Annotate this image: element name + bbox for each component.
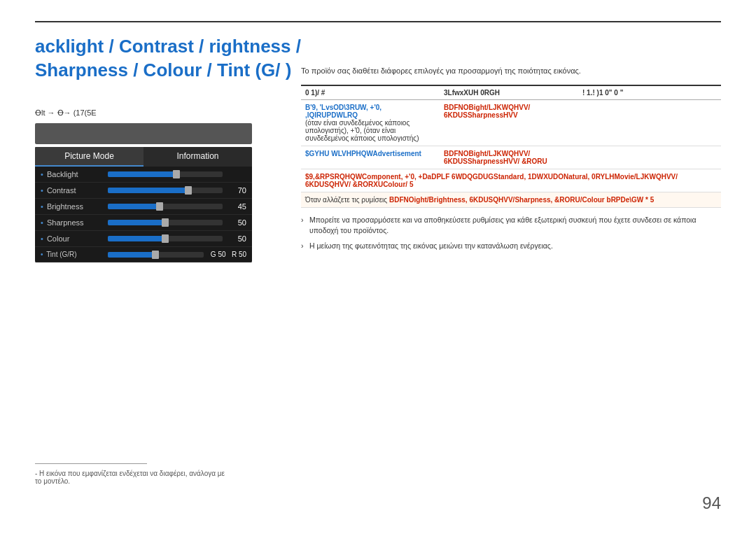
menu-header-picture-mode[interactable]: Picture Mode (35, 147, 144, 167)
row2-col1-blue: $GYHU WLVHPHQWAdvertisement (305, 150, 421, 157)
menu-header-information[interactable]: Information (144, 147, 252, 167)
footer-note: - Η εικόνα που εμφανίζεται ενδέχεται να … (35, 463, 231, 485)
menu-screen: Picture Mode Information • Backlight • C… (35, 147, 252, 262)
menu-row-tint: • Tint (G/R) G 50 R 50 (35, 247, 252, 262)
bullet-note-2: Η μείωση της φωτεινότητας της εικόνας με… (301, 241, 721, 251)
menu-row-brightness: • Brightness 45 (35, 199, 252, 215)
footer-divider (35, 463, 147, 464)
table-header-3: ! 1.! )1 0" 0 " (578, 85, 721, 100)
table-header-1: 0 1)/ # (301, 85, 440, 100)
table-header-2: 3LfwxXUH 0RGH (440, 85, 578, 100)
row1-col1-blue: B'9, 'LvsOD\3RUW, +'0, ,lQIRUPDWLRQ (305, 104, 382, 119)
menu-row-sharpness: • Sharpness 50 (35, 215, 252, 231)
row1-col1-text: (όταν είναι συνδεδεμένος κάποιος υπολογι… (305, 119, 419, 142)
table-row-2: $GYHU WLVHPHQWAdvertisement BDFNOBight/L… (301, 146, 721, 169)
right-intro: Το προϊόν σας διαθέτει διάφορες επιλογές… (301, 66, 721, 75)
menu-row-backlight: • Backlight (35, 167, 252, 183)
page-number: 94 (702, 493, 721, 513)
menu-row-colour: • Colour 50 (35, 231, 252, 247)
footer-text: - Η εικόνα που εμφανίζεται ενδέχεται να … (35, 470, 231, 485)
bullet-note-1: Μπορείτε να προσαρμόσετε και να αποθηκεύ… (301, 215, 721, 235)
menu-row-contrast: • Contrast 70 (35, 183, 252, 199)
menu-label: Ꝋlt → Ꝋ→ (17(5E (35, 108, 273, 118)
page-container: acklight / Contrast / rightness / Sharpn… (0, 0, 756, 534)
table-row-4: Όταν αλλάζετε τις ρυμίσεις BDFNOight/Bri… (301, 192, 721, 208)
left-column: Ꝋlt → Ꝋ→ (17(5E Picture Mode Information… (35, 108, 273, 262)
row4-text-normal: Όταν αλλάζετε τις ρυμίσεις (305, 196, 389, 204)
top-divider (35, 21, 721, 22)
menu-header: Picture Mode Information (35, 147, 252, 167)
info-table: 0 1)/ # 3LfwxXUH 0RGH ! 1.! )1 0" 0 " B'… (301, 85, 721, 208)
table-row-3: $9,&RPSRQHQWComponent, +'0, +DaDPLF 6WDQ… (301, 169, 721, 192)
bullet-notes: Μπορείτε να προσαρμόσετε και να αποθηκεύ… (301, 215, 721, 251)
table-row-1: B'9, 'LvsOD\3RUW, +'0, ,lQIRUPDWLRQ (ότα… (301, 100, 721, 146)
row4-text-red: BDFNOight/Brightness, 6KDUSQHVV/Sharpnes… (389, 196, 654, 204)
right-column: Το προϊόν σας διαθέτει διάφορες επιλογές… (301, 66, 721, 257)
row1-col2: BDFNOBight/LJKWQHVV/6KDUSSharpnessHVV (444, 104, 530, 119)
row3-text: $9,&RPSRQHQWComponent, +'0, +DaDPLF 6WDQ… (305, 173, 678, 188)
menu-top-bar (35, 123, 252, 144)
row2-col2: BDFNOBight/LJKWQHVV/6KDUSSharpnessHVV/ &… (444, 150, 547, 165)
